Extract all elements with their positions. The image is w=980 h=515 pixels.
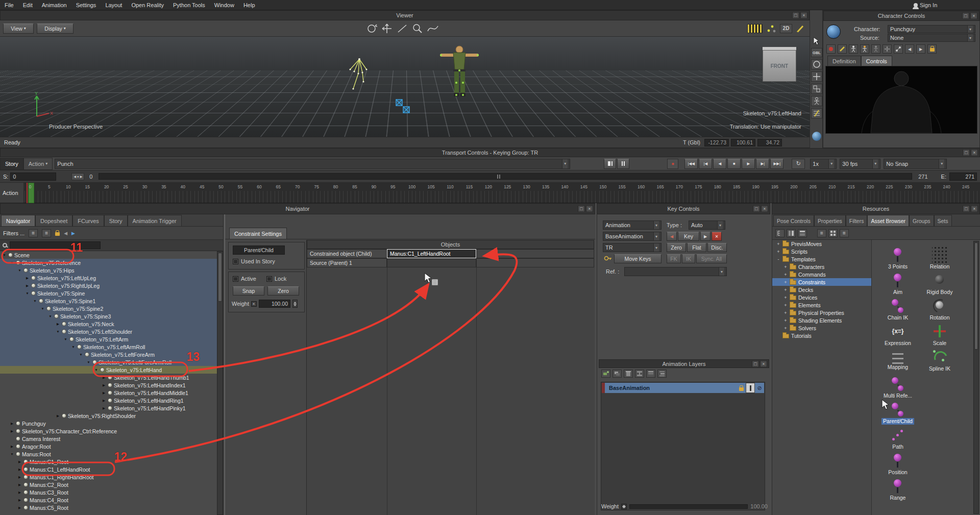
key-type-dropdown[interactable]: Auto▾ xyxy=(689,220,725,230)
used-in-story-row[interactable]: Used In Story xyxy=(233,258,275,264)
columns-view-icon[interactable] xyxy=(798,229,807,237)
viewer-close-button[interactable]: × xyxy=(800,12,807,19)
orbit-tool-icon[interactable] xyxy=(365,23,378,34)
folder-expand-icon[interactable]: + xyxy=(783,310,788,315)
folder-expand-icon[interactable]: + xyxy=(783,264,788,269)
character-tool-icon[interactable] xyxy=(811,96,822,106)
keying-group-dropdown[interactable]: Animation▾ xyxy=(603,220,662,230)
expand-arrow-icon[interactable]: ▼ xyxy=(40,307,45,310)
resources-tab[interactable]: Sets xyxy=(934,215,952,226)
resources-tab[interactable]: Pose Controls xyxy=(773,215,814,226)
expand-arrow-icon[interactable]: ▼ xyxy=(71,345,76,349)
asset-folder-row[interactable]: + Physical Properties xyxy=(772,309,871,316)
resources-tab[interactable]: Groups xyxy=(909,215,934,226)
mirror-icon[interactable] xyxy=(883,44,892,54)
history-forward-icon[interactable]: ▶ xyxy=(71,231,75,236)
character-tab[interactable]: Definition xyxy=(827,56,861,66)
fk-button[interactable]: FK xyxy=(667,254,681,263)
scene-tree-scrollbar[interactable] xyxy=(217,251,223,515)
2d-display-toggle[interactable]: 2D xyxy=(780,24,792,33)
scene-tree-row[interactable]: ▼ Skeleton_v75:LeftForeArmRoll xyxy=(0,358,217,366)
list-options-icon[interactable]: ≡ xyxy=(42,229,51,237)
playback-button[interactable]: ▶| xyxy=(756,159,769,169)
new-layer-icon[interactable] xyxy=(601,370,610,378)
lock-row[interactable]: Lock xyxy=(266,276,286,282)
folder-expand-icon[interactable]: + xyxy=(783,272,788,277)
schematic-tool-icon[interactable] xyxy=(811,108,822,118)
scene-tree-row[interactable]: ▶ Skeleton_v75:LeftHandMiddle1 xyxy=(0,389,217,397)
navigator-tab[interactable]: Dopesheet xyxy=(35,215,72,226)
constraint-settings-tab[interactable]: Constraint Settings xyxy=(229,228,287,239)
expand-arrow-icon[interactable]: ▶ xyxy=(17,498,22,502)
navigator-tab[interactable]: Navigator xyxy=(1,215,35,226)
expand-arrow-icon[interactable]: ▼ xyxy=(33,299,37,303)
timeline-display-icon[interactable] xyxy=(747,24,763,33)
scene-tree-row[interactable]: ▶ Manus:C1_Root xyxy=(0,458,217,465)
next-pose-icon[interactable]: ▶ xyxy=(916,44,925,54)
asset-item[interactable]: Position xyxy=(878,453,918,478)
asset-folder-row[interactable]: + Solvers xyxy=(772,324,871,332)
menu-item[interactable]: File xyxy=(0,0,18,10)
list-view-icon[interactable]: ≡ xyxy=(817,229,826,237)
character-model[interactable] xyxy=(438,44,481,117)
expand-arrow-icon[interactable]: ▶ xyxy=(25,284,30,288)
asset-item[interactable]: Mapping xyxy=(878,351,918,376)
resources-maximize-button[interactable]: □ xyxy=(963,206,970,212)
selection-keying-icon[interactable] xyxy=(871,44,880,54)
story-tab[interactable]: Story xyxy=(0,158,23,170)
ik-blend-icon[interactable] xyxy=(894,44,903,54)
source-select-dropdown[interactable]: None▾ xyxy=(888,34,975,42)
lock-selection-icon[interactable] xyxy=(55,232,60,236)
expand-arrow-icon[interactable]: ▶ xyxy=(17,468,22,472)
scene-tree-row[interactable]: ▼ Skeleton_v75:Hips xyxy=(0,266,217,274)
view-cube[interactable]: FRONT xyxy=(763,50,796,82)
navigator-close-button[interactable]: × xyxy=(586,206,593,212)
scene-tree-row[interactable]: ▶ Skeleton_v75:RightShoulder xyxy=(0,412,217,420)
expand-arrow-icon[interactable]: ▼ xyxy=(48,314,53,318)
asset-item[interactable]: Rotation xyxy=(920,298,960,324)
filter-menu-icon[interactable]: ≡ xyxy=(29,229,38,237)
lock-checkbox[interactable] xyxy=(266,276,272,282)
resources-tab[interactable]: Properties xyxy=(814,215,846,226)
folder-expand-icon[interactable]: + xyxy=(783,280,788,285)
resources-close-button[interactable]: × xyxy=(971,206,978,212)
layer-weight-key-toggle[interactable] xyxy=(621,504,627,509)
transport-maximize-button[interactable]: □ xyxy=(963,150,970,156)
folder-expand-icon[interactable]: - xyxy=(776,257,780,262)
translate-x-field[interactable]: -122.73 xyxy=(704,139,729,146)
scale-tool-icon[interactable] xyxy=(811,84,822,94)
menu-item[interactable]: Layout xyxy=(101,0,127,10)
action-tab[interactable]: Action ▾ xyxy=(23,158,53,170)
timeline-start-field[interactable]: 0 xyxy=(10,173,56,181)
select-tool-icon[interactable] xyxy=(812,37,821,46)
scene-tree-row[interactable]: ▼ Skeleton_v75:Spine3 xyxy=(0,312,217,320)
character-tab[interactable]: Controls xyxy=(861,56,892,66)
expand-arrow-icon[interactable]: ▼ xyxy=(10,452,14,456)
filters-label[interactable]: Filters ... xyxy=(3,230,24,236)
snap-button[interactable]: Snap xyxy=(233,286,264,296)
asset-folder-row[interactable]: + Decks xyxy=(772,286,871,293)
asset-folder-row[interactable]: - Templates xyxy=(772,255,871,263)
scene-tree-scrollbar-thumb[interactable] xyxy=(218,253,222,302)
scene-tree-row[interactable]: ▶ Skeleton_v75:LeftHandRing1 xyxy=(0,397,217,404)
scene-tree-row[interactable]: ▶ Skeleton_v75:RightUpLeg xyxy=(0,282,217,289)
body-part-keying-icon[interactable] xyxy=(860,44,869,54)
icon-view-icon[interactable] xyxy=(828,229,838,237)
ref-dropdown[interactable]: ▾ xyxy=(624,267,727,276)
navigator-maximize-button[interactable]: □ xyxy=(578,206,585,212)
scene-tree-row[interactable]: ▶ Manus:C4_Root xyxy=(0,496,217,504)
scene-tree-row[interactable]: ▼ Skeleton_v75:Spine1 xyxy=(0,297,217,305)
range-nudge-control[interactable]: ◀●▶ xyxy=(71,173,84,180)
scene-tree-row[interactable]: ▶ Manus:C1_LeftHandRoot xyxy=(0,465,217,473)
playback-button[interactable]: ▶ xyxy=(742,159,755,169)
selected-marker-leftHandRoot[interactable] xyxy=(393,98,416,117)
expand-arrow-icon[interactable]: ▶ xyxy=(56,414,60,418)
prev-pose-icon[interactable]: ◀ xyxy=(905,44,914,54)
history-back-icon[interactable]: ◀ xyxy=(64,231,67,236)
character-select-dropdown[interactable]: Punchguy▾ xyxy=(888,25,975,33)
tr-channel-dropdown[interactable]: TR▾ xyxy=(603,243,662,252)
tree-view-icon[interactable] xyxy=(775,229,785,237)
object-slot-value[interactable]: Manus:C1_LeftHandRoot xyxy=(387,249,476,258)
asset-item[interactable]: Scale xyxy=(920,324,960,349)
expand-arrow-icon[interactable]: ▼ xyxy=(86,360,91,364)
